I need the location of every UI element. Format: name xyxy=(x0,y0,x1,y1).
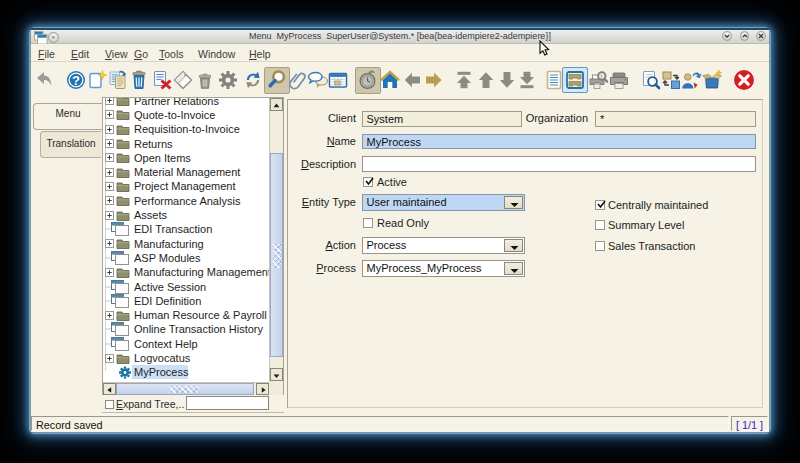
svg-text:?: ? xyxy=(72,73,80,88)
